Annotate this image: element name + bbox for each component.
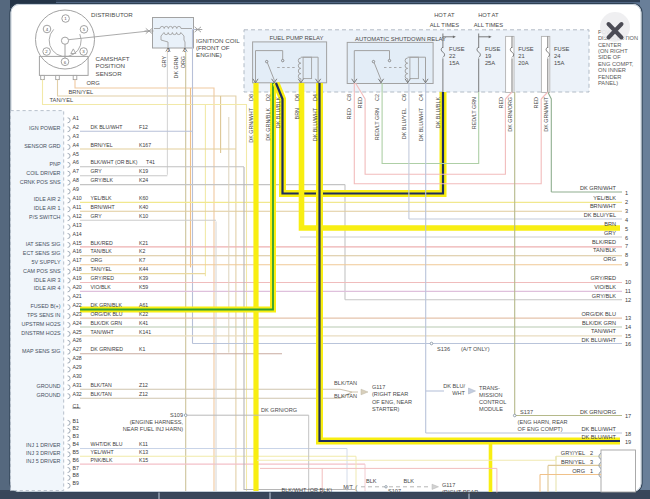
svg-text:2: 2: [167, 48, 170, 53]
svg-text:DK BLU/YEL: DK BLU/YEL: [584, 212, 616, 218]
svg-text:ENG COMPT,: ENG COMPT,: [598, 61, 634, 67]
svg-text:K10: K10: [139, 213, 148, 219]
svg-text:CENTER: CENTER: [598, 42, 621, 48]
svg-text:(RIGHT REAR: (RIGHT REAR: [372, 391, 408, 397]
svg-text:ENGINE): ENGINE): [196, 51, 222, 58]
svg-text:TAN/YEL: TAN/YEL: [91, 266, 112, 272]
svg-text:ORG: ORG: [91, 257, 103, 263]
svg-text:DK BLU/WHT: DK BLU/WHT: [582, 434, 617, 440]
svg-text:DK GRN/WHT: DK GRN/WHT: [543, 96, 549, 131]
svg-text:C1: C1: [73, 403, 80, 409]
svg-text:25A: 25A: [485, 60, 495, 66]
svg-text:A32: A32: [73, 391, 82, 397]
svg-text:1: 1: [184, 48, 187, 53]
svg-text:A10: A10: [73, 195, 82, 201]
svg-text:RED: RED: [498, 97, 504, 108]
svg-text:FUSE: FUSE: [485, 46, 501, 52]
svg-text:ECT SENS SIG: ECT SENS SIG: [23, 250, 61, 256]
svg-text:5: 5: [625, 226, 628, 232]
svg-text:RED/LT GRN: RED/LT GRN: [471, 97, 477, 129]
svg-text:FUSED B(+): FUSED B(+): [30, 303, 60, 309]
svg-text:ORG/DK BLU: ORG/DK BLU: [581, 311, 616, 317]
svg-text:11: 11: [625, 288, 631, 294]
svg-text:BRN/YEL: BRN/YEL: [561, 459, 585, 465]
svg-text:D6: D6: [294, 94, 300, 101]
svg-text:2: 2: [590, 450, 593, 456]
svg-text:CAM POS SNS: CAM POS SNS: [23, 268, 61, 274]
svg-text:BLK/TAN: BLK/TAN: [334, 380, 357, 386]
svg-text:2: 2: [625, 199, 628, 205]
svg-text:VIO/BLK: VIO/BLK: [594, 284, 616, 290]
svg-text:BLK/DK GRN: BLK/DK GRN: [91, 320, 123, 326]
svg-text:TAN/WHT: TAN/WHT: [91, 329, 115, 335]
svg-text:GRY/RED: GRY/RED: [591, 275, 616, 281]
svg-text:B2: B2: [73, 425, 79, 431]
svg-text:A30: A30: [73, 373, 82, 379]
svg-text:POSITION: POSITION: [96, 62, 126, 69]
svg-text:22: 22: [449, 53, 455, 59]
svg-text:GRY/RED: GRY/RED: [91, 275, 115, 281]
svg-text:T41: T41: [146, 159, 155, 165]
svg-text:C2: C2: [374, 94, 380, 101]
svg-text:K59: K59: [139, 284, 148, 290]
svg-text:S109: S109: [170, 412, 183, 418]
svg-text:DNSTRM HO2S: DNSTRM HO2S: [21, 330, 61, 336]
svg-text:DK GRN/WHT: DK GRN/WHT: [248, 107, 254, 142]
svg-text:3: 3: [625, 208, 628, 214]
svg-text:S136: S136: [437, 346, 450, 352]
svg-text:A1: A1: [73, 115, 79, 121]
svg-text:Z12: Z12: [139, 391, 148, 397]
svg-text:M/T: M/T: [343, 484, 353, 490]
svg-text:K44: K44: [139, 266, 148, 272]
svg-text:K167: K167: [139, 142, 151, 148]
svg-text:DK GRN/RED: DK GRN/RED: [91, 346, 124, 352]
svg-text:ORG: ORG: [603, 256, 616, 262]
svg-text:HOT AT: HOT AT: [434, 12, 455, 18]
svg-text:TPS SENS IN: TPS SENS IN: [27, 312, 61, 318]
svg-text:BLK/WHT (OR BLK): BLK/WHT (OR BLK): [91, 159, 138, 165]
svg-text:FUSE: FUSE: [449, 46, 465, 52]
svg-text:6: 6: [625, 235, 628, 241]
svg-text:TAN/YEL: TAN/YEL: [50, 97, 75, 103]
svg-text:21: 21: [518, 53, 524, 59]
svg-text:24: 24: [554, 53, 561, 59]
svg-text:IGN POWER: IGN POWER: [29, 125, 61, 131]
svg-text:DK GRN/BLK: DK GRN/BLK: [91, 302, 123, 308]
svg-text:BLK/TAN: BLK/TAN: [91, 382, 112, 388]
svg-text:A2: A2: [73, 124, 79, 130]
svg-text:A7: A7: [73, 168, 79, 174]
svg-text:RED: RED: [346, 108, 352, 119]
svg-text:GRY/BLK: GRY/BLK: [91, 177, 114, 183]
svg-text:(FRONT OF: (FRONT OF: [196, 44, 230, 51]
svg-text:ORG: ORG: [572, 468, 585, 474]
svg-text:BLK/WHT (OR BLK): BLK/WHT (OR BLK): [282, 487, 333, 493]
svg-text:IDLE AIR 2: IDLE AIR 2: [34, 196, 61, 202]
svg-text:DISTRIBUTOR: DISTRIBUTOR: [91, 11, 133, 18]
svg-text:(ENG HARN, REAR: (ENG HARN, REAR: [518, 419, 568, 425]
svg-text:IDLE AIR 3: IDLE AIR 3: [34, 277, 61, 283]
svg-text:4: 4: [625, 217, 628, 223]
svg-text:P/S SWITCH: P/S SWITCH: [29, 214, 61, 220]
svg-text:B3: B3: [73, 433, 79, 439]
svg-text:GRY: GRY: [604, 230, 616, 236]
svg-text:K141: K141: [139, 329, 151, 335]
svg-text:A31: A31: [73, 382, 82, 388]
svg-text:BLK/RED: BLK/RED: [91, 240, 113, 246]
svg-text:MAP SENS SIG: MAP SENS SIG: [22, 348, 61, 354]
svg-text:MISSION: MISSION: [479, 392, 503, 398]
svg-text:WHT: WHT: [452, 390, 465, 396]
svg-text:UPSTRM HO2S: UPSTRM HO2S: [22, 321, 61, 327]
svg-text:GRY/BLK: GRY/BLK: [592, 293, 616, 299]
svg-text:A22: A22: [73, 302, 82, 308]
svg-text:1: 1: [590, 468, 593, 474]
svg-text:G117: G117: [372, 384, 385, 390]
svg-text:TAN/WHT: TAN/WHT: [591, 328, 617, 334]
svg-text:B7: B7: [73, 465, 79, 471]
svg-text:(ENGINE HARNESS,: (ENGINE HARNESS,: [130, 419, 184, 425]
svg-text:B1: B1: [73, 418, 79, 424]
svg-text:15A: 15A: [554, 60, 564, 66]
svg-text:1: 1: [625, 190, 628, 196]
svg-text:DK BLU/: DK BLU/: [443, 383, 465, 389]
svg-text:PANEL): PANEL): [598, 80, 618, 86]
svg-text:DK GRN/ORG: DK GRN/ORG: [580, 409, 616, 415]
